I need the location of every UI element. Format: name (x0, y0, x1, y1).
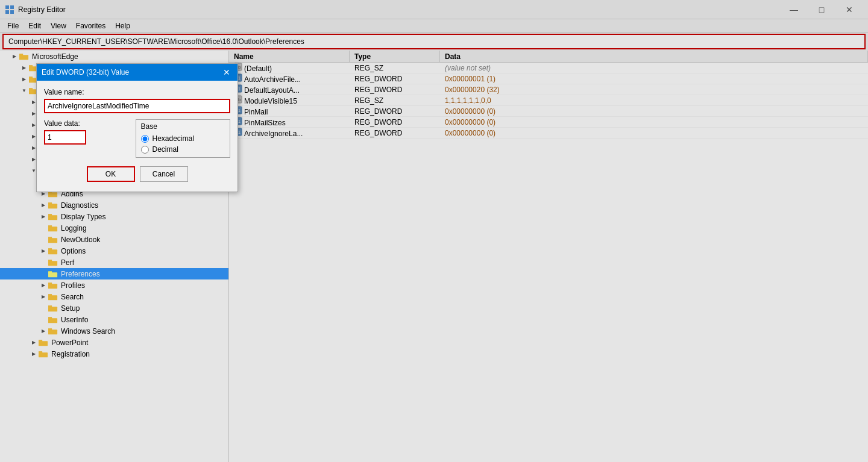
ok-button[interactable]: OK (87, 166, 135, 182)
tree-item-profiles[interactable]: ▶ Profiles (0, 279, 228, 291)
menu-view[interactable]: View (46, 20, 71, 31)
maximize-button[interactable]: □ (808, 0, 835, 19)
tree-toggle-powerpoint[interactable]: ▶ (29, 337, 39, 348)
folder-icon-profiles (48, 281, 58, 290)
tree-item-options[interactable]: ▶ Options (0, 245, 228, 257)
col-header-type[interactable]: Type (350, 51, 440, 62)
address-bar[interactable]: Computer\HKEY_CURRENT_USER\SOFTWARE\Micr… (2, 34, 866, 49)
tree-label-search: Search (61, 293, 84, 301)
tree-label-diagnostics: Diagnostics (61, 201, 98, 210)
cancel-button[interactable]: Cancel (140, 166, 188, 182)
svg-rect-66 (48, 283, 52, 284)
tree-item-displaytypes[interactable]: ▶ Display Types (0, 211, 228, 222)
dialog-close-button[interactable]: ✕ (221, 66, 233, 78)
tree-toggle-14[interactable]: ▶ (19, 62, 29, 73)
tree-toggle-profiles[interactable]: ▶ (39, 279, 48, 291)
menu-help[interactable]: Help (110, 20, 135, 31)
tree-item-microsoftedge[interactable]: ▶ MicrosoftEdge (0, 51, 228, 62)
svg-rect-78 (48, 328, 52, 330)
hexadecimal-radio[interactable] (141, 135, 149, 143)
reg-name-6: 01 ArchiveIgnoreLa... (229, 128, 350, 138)
tree-item-registration[interactable]: ▶ Registration (0, 348, 228, 360)
tree-label-newoutlook: NewOutlook (61, 236, 100, 244)
folder-icon-logging (48, 224, 58, 233)
registry-row[interactable]: 01 PinMailSizesREG_DWORD0x00000000 (0) (229, 117, 868, 128)
value-data-section: Value data: Base Hexadecimal Decimal (44, 119, 230, 158)
tree-label-options: Options (61, 247, 86, 255)
menu-edit[interactable]: Edit (24, 20, 46, 31)
menu-file[interactable]: File (2, 20, 24, 31)
tree-item-perf[interactable]: Perf (0, 257, 228, 268)
tree-item-windowssearch[interactable]: ▶ Windows Search (0, 325, 228, 337)
reg-name-0: ab (Default) (229, 63, 350, 73)
tree-toggle-search[interactable]: ▶ (39, 291, 48, 302)
tree-item-logging[interactable]: Logging (0, 222, 228, 234)
dec-label[interactable]: Decimal (153, 145, 178, 154)
tree-toggle-16[interactable]: ▼ (19, 85, 29, 96)
svg-rect-73 (48, 318, 57, 323)
tree-toggle-microsoftedge[interactable]: ▶ (10, 51, 19, 62)
dialog-title-bar: Edit DWORD (32-bit) Value ✕ (37, 64, 237, 81)
value-data-input[interactable] (44, 130, 86, 145)
svg-rect-64 (48, 284, 57, 289)
reg-type-1: REG_DWORD (350, 75, 440, 83)
tree-item-diagnostics[interactable]: ▶ Diagnostics (0, 199, 228, 211)
tree-item-newoutlook[interactable]: NewOutlook (0, 234, 228, 245)
registry-row[interactable]: 01 AutoArchiveFile...REG_DWORD0x00000001… (229, 73, 868, 84)
value-name-label: Value name: (44, 88, 230, 96)
tree-label-microsoftedge: MicrosoftEdge (32, 52, 78, 61)
col-header-data[interactable]: Data (440, 51, 868, 62)
svg-rect-57 (48, 248, 52, 250)
svg-rect-81 (39, 340, 42, 342)
value-name-input[interactable] (44, 99, 230, 113)
tree-item-userinfo[interactable]: UserInfo (0, 314, 228, 325)
decimal-radio[interactable] (141, 146, 149, 154)
svg-rect-43 (48, 204, 57, 208)
close-button[interactable]: ✕ (835, 0, 863, 19)
svg-rect-45 (48, 202, 52, 204)
svg-rect-69 (48, 294, 52, 296)
folder-icon-displaytypes (48, 213, 58, 221)
svg-rect-40 (48, 192, 57, 197)
registry-row[interactable]: ab ModuleVisible15REG_SZ1,1,1,1,1,1,0,0 (229, 95, 868, 106)
svg-rect-0 (5, 5, 9, 9)
tree-toggle-logging[interactable] (39, 222, 48, 234)
registry-row[interactable]: 01 PinMailREG_DWORD0x00000000 (0) (229, 106, 868, 117)
tree-toggle-setup[interactable] (39, 302, 48, 314)
hex-label[interactable]: Hexadecimal (153, 134, 194, 143)
tree-toggle-15[interactable]: ▶ (19, 73, 29, 85)
dec-radio-row: Decimal (141, 145, 225, 154)
minimize-button[interactable]: — (780, 0, 808, 19)
tree-toggle-options[interactable]: ▶ (39, 245, 48, 257)
folder-icon-diagnostics (48, 201, 58, 210)
tree-item-preferences[interactable]: Preferences (0, 268, 228, 279)
tree-toggle-windowssearch[interactable]: ▶ (39, 325, 48, 337)
tree-item-search[interactable]: ▶ Search (0, 291, 228, 302)
tree-toggle-preferences[interactable] (39, 268, 48, 279)
svg-rect-52 (48, 238, 57, 243)
tree-item-setup[interactable]: Setup (0, 302, 228, 314)
svg-rect-54 (48, 237, 52, 239)
registry-row[interactable]: 01 ArchiveIgnoreLa...REG_DWORD0x00000000… (229, 128, 868, 139)
tree-item-powerpoint[interactable]: ▶ PowerPoint (0, 337, 228, 348)
reg-data-2: 0x00000020 (32) (440, 86, 868, 94)
tree-toggle-diagnostics[interactable]: ▶ (39, 199, 48, 211)
svg-rect-84 (39, 351, 42, 353)
folder-icon-windowssearch (48, 327, 58, 336)
menu-favorites[interactable]: Favorites (71, 20, 110, 31)
svg-rect-12 (29, 76, 33, 78)
tree-toggle-registration[interactable]: ▶ (29, 348, 39, 360)
registry-row[interactable]: ab (Default)REG_SZ(value not set) (229, 63, 868, 73)
tree-toggle-perf[interactable] (39, 257, 48, 268)
col-header-name[interactable]: Name (229, 51, 350, 62)
tree-toggle-newoutlook[interactable] (39, 234, 48, 245)
tree-toggle-displaytypes[interactable]: ▶ (39, 211, 48, 222)
tree-label-registration: Registration (51, 350, 90, 358)
svg-rect-2 (5, 10, 9, 14)
reg-name-1: 01 AutoArchiveFile... (229, 73, 350, 84)
registry-row[interactable]: 01 DefaultLayoutA...REG_DWORD0x00000020 … (229, 84, 868, 95)
tree-toggle-userinfo[interactable] (39, 314, 48, 325)
menu-bar: File Edit View Favorites Help (0, 19, 868, 33)
folder-icon-registration (39, 350, 48, 358)
edit-dword-dialog[interactable]: Edit DWORD (32-bit) Value ✕ Value name: … (36, 63, 238, 192)
